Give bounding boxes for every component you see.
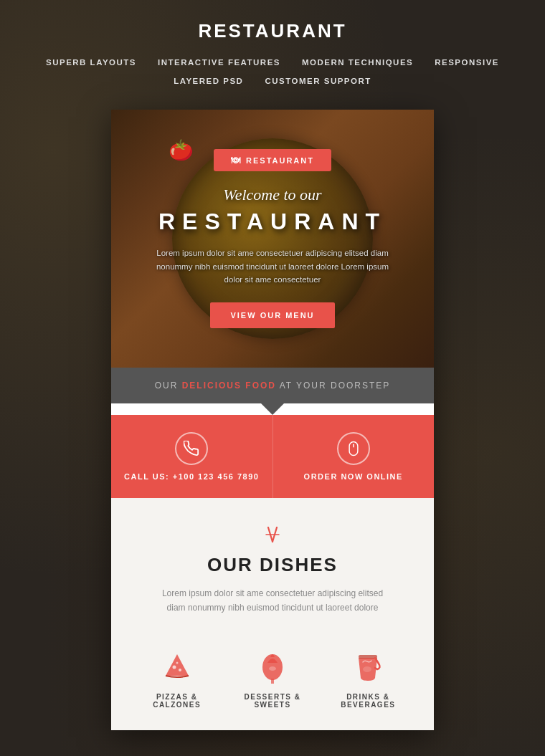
- mouse-icon: [346, 441, 361, 456]
- hero-description: Lorem ipsum dolor sit ame consectetuer a…: [151, 247, 394, 286]
- nav-link-interactive-features[interactable]: INTERACTIVE FEATURES: [151, 55, 288, 70]
- doorstep-banner: OUR DELICIOUS FOOD AT YOUR DOORSTEP: [111, 368, 434, 403]
- dishes-grid: PIZZAS & CALZONES DESSERTS & SWEETS: [133, 637, 412, 709]
- nav-link-customer-support[interactable]: CUSTOMER SUPPORT: [257, 74, 378, 88]
- nav-link-superb-layouts[interactable]: SUPERB LAYOUTS: [39, 55, 143, 70]
- main-nav: SUPERB LAYOUTS INTERACTIVE FEATURES MODE…: [14, 55, 531, 88]
- cta-call-label: CALL US: +100 123 456 7890: [124, 472, 259, 481]
- dishes-description: Lorem ipsum dolor sit ame consectetuer a…: [158, 586, 387, 616]
- mouse-icon-circle: [337, 432, 370, 465]
- site-title: RESTAURANT: [14, 20, 531, 42]
- pizza-label: PIZZAS & CALZONES: [133, 693, 221, 709]
- pizza-icon: [156, 644, 199, 687]
- drinks-icon: [346, 644, 389, 687]
- nav-link-modern-techniques[interactable]: MODERN TECHNIQUES: [295, 55, 420, 70]
- dishes-section: OUR DISHES Lorem ipsum dolor sit ame con…: [111, 498, 434, 730]
- cta-order-button[interactable]: ORDER NOW ONLINE: [273, 415, 435, 498]
- site-header: RESTAURANT SUPERB LAYOUTS INTERACTIVE FE…: [0, 0, 545, 102]
- phone-icon: [184, 441, 199, 456]
- svg-point-7: [176, 661, 178, 664]
- cta-call-button[interactable]: CALL US: +100 123 456 7890: [111, 415, 273, 498]
- cta-order-label: ORDER NOW ONLINE: [304, 472, 403, 481]
- desserts-label: DESSERTS & SWEETS: [228, 693, 316, 709]
- svg-rect-9: [271, 679, 274, 684]
- svg-point-12: [363, 666, 371, 672]
- dish-item-desserts[interactable]: DESSERTS & SWEETS: [228, 644, 316, 709]
- drinks-label: DRINKS & BEVERAGES: [324, 693, 412, 709]
- doorstep-text: OUR DELICIOUS FOOD AT YOUR DOORSTEP: [125, 381, 420, 391]
- dish-item-pizza[interactable]: PIZZAS & CALZONES: [133, 644, 221, 709]
- hero-main-title: RESTAURANT: [158, 209, 387, 235]
- hero-badge-label: RESTAURANT: [246, 156, 314, 165]
- dish-item-drinks[interactable]: DRINKS & BEVERAGES: [324, 644, 412, 709]
- dish-cover-icon: 🍽: [231, 155, 242, 166]
- hero-brand-badge: 🍽 RESTAURANT: [214, 149, 331, 171]
- desserts-icon: [251, 644, 294, 687]
- svg-point-10: [269, 666, 276, 671]
- hero-section: 🍽 RESTAURANT Welcome to our RESTAURANT L…: [111, 110, 434, 368]
- phone-icon-circle: [175, 432, 208, 465]
- doorstep-bold: DELICIOUS FOOD: [182, 381, 276, 391]
- nav-link-layered-psd[interactable]: LAYERED PSD: [166, 74, 250, 88]
- utensils-icon: [133, 527, 412, 547]
- hero-welcome-text: Welcome to our: [223, 186, 321, 204]
- svg-rect-0: [349, 441, 358, 455]
- svg-point-5: [172, 665, 176, 669]
- cta-row: CALL US: +100 123 456 7890 ORDER NOW ONL…: [111, 415, 434, 498]
- view-menu-button[interactable]: VIEW OUR MENU: [210, 302, 334, 328]
- content-card: 🍽 RESTAURANT Welcome to our RESTAURANT L…: [111, 110, 434, 730]
- svg-point-6: [179, 669, 181, 671]
- dishes-title: OUR DISHES: [133, 554, 412, 576]
- triangle-pointer: [261, 403, 284, 415]
- nav-link-responsive[interactable]: RESPONSIVE: [427, 55, 506, 70]
